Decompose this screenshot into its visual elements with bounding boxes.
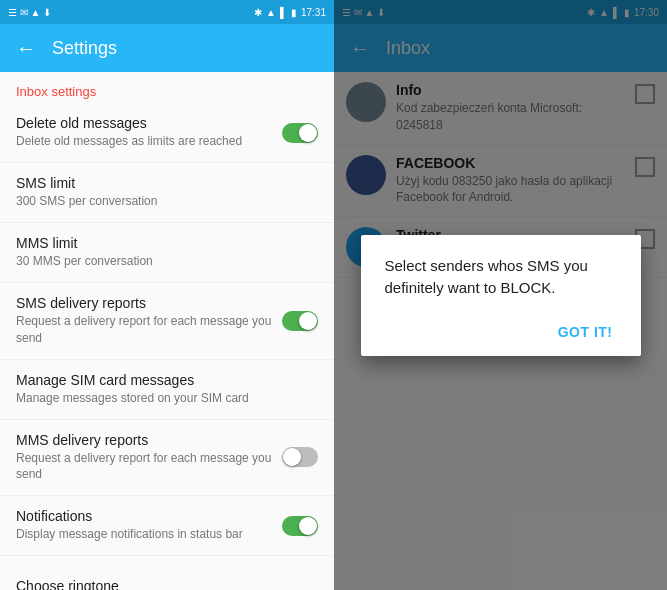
right-panel: ☰ ✉ ▲ ⬇ ✱ ▲ ▌ ▮ 17:30 ← Inbox Info Kod z… (334, 0, 667, 590)
toggle-notifications[interactable] (282, 516, 318, 536)
setting-desc-mms-delivery: Request a delivery report for each messa… (16, 450, 274, 484)
setting-desc-manage-sim: Manage messages stored on your SIM card (16, 390, 310, 407)
dialog-actions: GOT IT! (385, 316, 617, 348)
dialog-overlay: Select senders whos SMS you definitely w… (334, 0, 667, 590)
dialog-message: Select senders whos SMS you definitely w… (385, 255, 617, 300)
setting-desc-delete: Delete old messages as limits are reache… (16, 133, 274, 150)
setting-desc-sms-limit: 300 SMS per conversation (16, 193, 310, 210)
toggle-delete-old-messages[interactable] (282, 123, 318, 143)
toggle-mms-delivery[interactable] (282, 447, 318, 467)
section-inbox-settings: Inbox settings (0, 72, 334, 103)
setting-mms-limit[interactable]: MMS limit 30 MMS per conversation (0, 223, 334, 283)
setting-choose-ringtone[interactable]: Choose ringtone (0, 556, 334, 590)
setting-delete-old-messages[interactable]: Delete old messages Delete old messages … (0, 103, 334, 163)
setting-label-ringtone: Choose ringtone (16, 578, 310, 590)
time-left: 17:31 (301, 7, 326, 18)
got-it-button[interactable]: GOT IT! (554, 316, 617, 348)
back-button[interactable]: ← (16, 37, 36, 60)
setting-desc-notifications: Display message notifications in status … (16, 526, 274, 543)
setting-sms-delivery-reports[interactable]: SMS delivery reports Request a delivery … (0, 283, 334, 360)
setting-label-sms-limit: SMS limit (16, 175, 310, 191)
left-panel: ☰ ✉ ▲ ⬇ ✱ ▲ ▌ ▮ 17:31 ← Settings Inbox s… (0, 0, 334, 590)
setting-sms-limit[interactable]: SMS limit 300 SMS per conversation (0, 163, 334, 223)
status-icons-left: ☰ ✉ ▲ ⬇ (8, 7, 51, 18)
status-right-icons: ✱ ▲ ▌ ▮ 17:31 (254, 7, 326, 18)
status-bar-left: ☰ ✉ ▲ ⬇ ✱ ▲ ▌ ▮ 17:31 (0, 0, 334, 24)
setting-label-mms-delivery: MMS delivery reports (16, 432, 274, 448)
settings-content: Inbox settings Delete old messages Delet… (0, 72, 334, 590)
setting-label-mms-limit: MMS limit (16, 235, 310, 251)
wifi-icon: ▲ (266, 7, 276, 18)
setting-desc-mms-limit: 30 MMS per conversation (16, 253, 310, 270)
bluetooth-icon: ✱ (254, 7, 262, 18)
setting-label-delete: Delete old messages (16, 115, 274, 131)
setting-mms-delivery-reports[interactable]: MMS delivery reports Request a delivery … (0, 420, 334, 497)
setting-manage-sim[interactable]: Manage SIM card messages Manage messages… (0, 360, 334, 420)
settings-title: Settings (52, 38, 117, 59)
signal-icon: ▌ (280, 7, 287, 18)
block-dialog: Select senders whos SMS you definitely w… (361, 235, 641, 356)
setting-label-notifications: Notifications (16, 508, 274, 524)
setting-notifications[interactable]: Notifications Display message notificati… (0, 496, 334, 556)
app-bar-left: ← Settings (0, 24, 334, 72)
setting-desc-sms-delivery: Request a delivery report for each messa… (16, 313, 274, 347)
notification-icons: ☰ ✉ ▲ ⬇ (8, 7, 51, 18)
toggle-sms-delivery[interactable] (282, 311, 318, 331)
battery-icon: ▮ (291, 7, 297, 18)
setting-label-manage-sim: Manage SIM card messages (16, 372, 310, 388)
setting-label-sms-delivery: SMS delivery reports (16, 295, 274, 311)
